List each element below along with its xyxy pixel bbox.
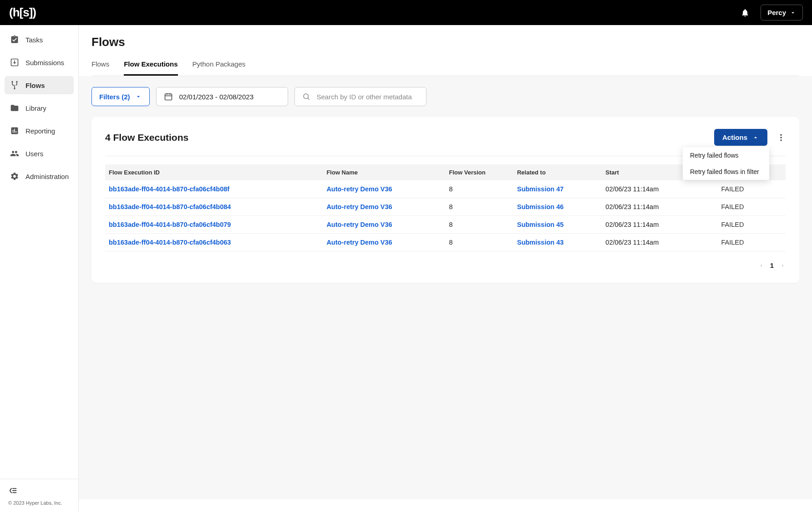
user-menu-button[interactable]: Percy: [761, 5, 803, 20]
flow-name-link[interactable]: Auto-retry Demo V36: [326, 221, 392, 228]
execution-id-link[interactable]: bb163ade-ff04-4014-b870-cfa06cf4b08f: [109, 185, 229, 193]
chevron-up-icon: [752, 134, 759, 141]
execution-id-link[interactable]: bb163ade-ff04-4014-b870-cfa06cf4b079: [109, 221, 231, 228]
card-header-actions: Actions Retry failed flows Retry failed …: [714, 129, 786, 146]
folder-icon: [10, 103, 19, 113]
tab-python-packages[interactable]: Python Packages: [193, 60, 246, 76]
main: Flows Flows Flow Executions Python Packa…: [79, 25, 812, 512]
date-range-input[interactable]: 02/01/2023 - 02/08/2023: [156, 87, 288, 106]
chevron-down-icon: [135, 93, 142, 100]
flow-version: 8: [445, 234, 513, 251]
checklist-icon: [10, 35, 19, 44]
date-range-value: 02/01/2023 - 02/08/2023: [179, 93, 254, 101]
pagination-prev[interactable]: [758, 263, 764, 268]
svg-point-15: [780, 139, 782, 141]
sidebar-item-administration[interactable]: Administration: [5, 167, 74, 185]
filters-label: Filters (2): [99, 93, 130, 101]
svg-point-3: [14, 88, 15, 89]
sidebar-item-reporting[interactable]: Reporting: [5, 122, 74, 140]
page-title: Flows: [91, 35, 799, 49]
flows-icon: [10, 81, 19, 90]
copyright-text: © 2023 Hyper Labs, Inc.: [8, 500, 70, 506]
topbar-right: Percy: [741, 5, 803, 20]
topbar: (h[s]) Percy: [0, 0, 812, 25]
svg-point-2: [16, 82, 17, 82]
execution-id-link[interactable]: bb163ade-ff04-4014-b870-cfa06cf4b084: [109, 203, 231, 210]
related-link[interactable]: Submission 47: [517, 185, 563, 193]
actions-label: Actions: [722, 133, 747, 141]
status: FAILED: [717, 216, 786, 234]
start-time: 02/06/23 11:14am: [602, 216, 717, 234]
execution-id-link[interactable]: bb163ade-ff04-4014-b870-cfa06cf4b063: [109, 239, 231, 246]
flow-version: 8: [445, 216, 513, 234]
status: FAILED: [717, 234, 786, 251]
sidebar-item-label: Flows: [25, 82, 45, 89]
chevron-down-icon: [790, 10, 796, 16]
sidebar-item-tasks[interactable]: Tasks: [5, 31, 74, 49]
dropdown-retry-failed[interactable]: Retry failed flows: [683, 147, 769, 164]
sidebar-item-label: Reporting: [25, 127, 55, 135]
search-field[interactable]: [294, 87, 426, 106]
table-row: bb163ade-ff04-4014-b870-cfa06cf4b084Auto…: [105, 198, 786, 216]
sidebar-item-submissions[interactable]: Submissions: [5, 53, 74, 72]
people-icon: [10, 149, 19, 158]
related-link[interactable]: Submission 46: [517, 203, 563, 210]
svg-point-14: [780, 137, 782, 138]
executions-card: 4 Flow Executions Actions Retry failed f…: [91, 117, 799, 283]
pagination-next[interactable]: [780, 263, 786, 268]
status: FAILED: [717, 198, 786, 216]
actions-dropdown: Retry failed flows Retry failed flows in…: [683, 147, 769, 180]
col-related: Related to: [513, 164, 602, 180]
table-row: bb163ade-ff04-4014-b870-cfa06cf4b063Auto…: [105, 234, 786, 251]
page-header: Flows Flows Flow Executions Python Packa…: [79, 25, 812, 76]
filter-row: Filters (2) 02/01/2023 - 02/08/2023: [91, 87, 799, 106]
table-row: bb163ade-ff04-4014-b870-cfa06cf4b079Auto…: [105, 216, 786, 234]
more-icon[interactable]: [776, 133, 786, 142]
flow-version: 8: [445, 198, 513, 216]
dropdown-retry-failed-in-filter[interactable]: Retry failed flows in filter: [683, 164, 769, 180]
search-icon: [302, 92, 310, 101]
col-version: Flow Version: [445, 164, 513, 180]
gear-icon: [10, 172, 19, 181]
sidebar-item-label: Library: [25, 104, 46, 112]
svg-point-13: [780, 134, 782, 135]
flow-name-link[interactable]: Auto-retry Demo V36: [326, 203, 392, 210]
sidebar: Tasks Submissions Flows Library: [0, 25, 79, 512]
download-icon: [10, 58, 19, 67]
flow-name-link[interactable]: Auto-retry Demo V36: [326, 239, 392, 246]
flow-name-link[interactable]: Auto-retry Demo V36: [326, 185, 392, 193]
svg-rect-7: [165, 94, 172, 100]
bar-chart-icon: [10, 126, 19, 135]
collapse-sidebar-button[interactable]: [8, 486, 70, 495]
tabs: Flows Flow Executions Python Packages: [91, 60, 799, 76]
card-header: 4 Flow Executions Actions Retry failed f…: [105, 129, 786, 156]
col-name: Flow Name: [323, 164, 445, 180]
tab-flows[interactable]: Flows: [91, 60, 109, 76]
sidebar-item-library[interactable]: Library: [5, 99, 74, 117]
start-time: 02/06/23 11:14am: [602, 180, 717, 198]
calendar-icon: [164, 92, 173, 101]
content: Filters (2) 02/01/2023 - 02/08/2023 4 Fl…: [79, 76, 812, 499]
sidebar-item-flows[interactable]: Flows: [5, 76, 74, 94]
pagination-page: 1: [770, 261, 774, 269]
card-title: 4 Flow Executions: [105, 132, 188, 143]
related-link[interactable]: Submission 43: [517, 239, 563, 246]
table-row: bb163ade-ff04-4014-b870-cfa06cf4b08fAuto…: [105, 180, 786, 198]
tab-flow-executions[interactable]: Flow Executions: [124, 60, 178, 76]
filters-button[interactable]: Filters (2): [91, 87, 150, 106]
sidebar-item-label: Administration: [25, 173, 69, 180]
sidebar-footer: © 2023 Hyper Labs, Inc.: [0, 479, 78, 512]
col-id: Flow Execution ID: [105, 164, 323, 180]
actions-button[interactable]: Actions: [714, 129, 767, 146]
status: FAILED: [717, 180, 786, 198]
sidebar-item-users[interactable]: Users: [5, 144, 74, 163]
sidebar-item-label: Tasks: [25, 36, 43, 44]
notifications-icon[interactable]: [741, 8, 750, 17]
svg-line-12: [308, 98, 309, 99]
user-name: Percy: [767, 9, 786, 16]
start-time: 02/06/23 11:14am: [602, 198, 717, 216]
search-input[interactable]: [317, 93, 419, 101]
nav: Tasks Submissions Flows Library: [0, 25, 78, 479]
related-link[interactable]: Submission 45: [517, 221, 563, 228]
flow-version: 8: [445, 180, 513, 198]
